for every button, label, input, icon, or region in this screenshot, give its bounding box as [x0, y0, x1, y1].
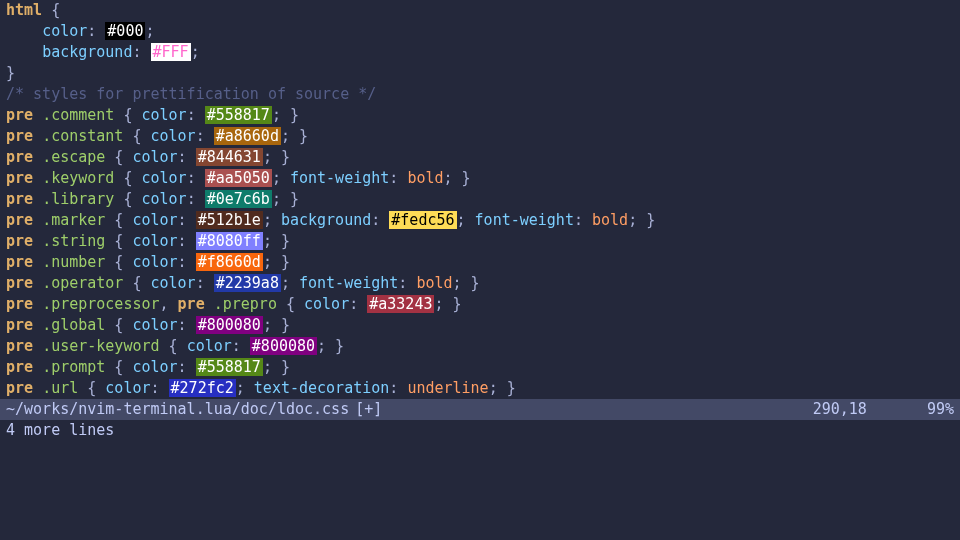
message-line: 4 more lines — [0, 420, 960, 441]
status-scroll-percent: 99% — [927, 399, 954, 420]
code-editor[interactable]: html { color: #000; background: #FFF;}/*… — [0, 0, 960, 399]
code-line: /* styles for prettification of source *… — [6, 84, 954, 105]
hex-swatch: #a8660d — [214, 127, 281, 145]
hex-swatch: #800080 — [250, 337, 317, 355]
hex-swatch: #558817 — [205, 106, 272, 124]
code-line: background: #FFF; — [6, 42, 954, 63]
code-line: color: #000; — [6, 21, 954, 42]
code-line: pre .global { color: #800080; } — [6, 315, 954, 336]
hex-swatch: #fedc56 — [389, 211, 456, 229]
status-file-path: ~/works/nvim-terminal.lua/doc/ldoc.css — [6, 399, 349, 420]
code-line: pre .library { color: #0e7c6b; } — [6, 189, 954, 210]
code-line: pre .user-keyword { color: #800080; } — [6, 336, 954, 357]
code-line: } — [6, 63, 954, 84]
code-line: pre .marker { color: #512b1e; background… — [6, 210, 954, 231]
status-bar: ~/works/nvim-terminal.lua/doc/ldoc.css [… — [0, 399, 960, 420]
hex-swatch: #FFF — [151, 43, 191, 61]
code-line: pre .url { color: #272fc2; text-decorati… — [6, 378, 954, 399]
hex-swatch: #558817 — [196, 358, 263, 376]
code-line: pre .prompt { color: #558817; } — [6, 357, 954, 378]
code-line: pre .keyword { color: #aa5050; font-weig… — [6, 168, 954, 189]
hex-swatch: #8080ff — [196, 232, 263, 250]
code-line: pre .number { color: #f8660d; } — [6, 252, 954, 273]
code-line: pre .constant { color: #a8660d; } — [6, 126, 954, 147]
hex-swatch: #800080 — [196, 316, 263, 334]
code-line: pre .string { color: #8080ff; } — [6, 231, 954, 252]
code-line: pre .escape { color: #844631; } — [6, 147, 954, 168]
code-line: pre .operator { color: #2239a8; font-wei… — [6, 273, 954, 294]
hex-swatch: #000 — [105, 22, 145, 40]
hex-swatch: #272fc2 — [169, 379, 236, 397]
hex-swatch: #512b1e — [196, 211, 263, 229]
code-line: pre .preprocessor, pre .prepro { color: … — [6, 294, 954, 315]
hex-swatch: #844631 — [196, 148, 263, 166]
hex-swatch: #aa5050 — [205, 169, 272, 187]
status-cursor-position: 290,18 — [813, 399, 867, 420]
status-modified-flag: [+] — [355, 399, 382, 420]
hex-swatch: #2239a8 — [214, 274, 281, 292]
code-line: pre .comment { color: #558817; } — [6, 105, 954, 126]
hex-swatch: #a33243 — [367, 295, 434, 313]
hex-swatch: #f8660d — [196, 253, 263, 271]
hex-swatch: #0e7c6b — [205, 190, 272, 208]
code-line: html { — [6, 0, 954, 21]
